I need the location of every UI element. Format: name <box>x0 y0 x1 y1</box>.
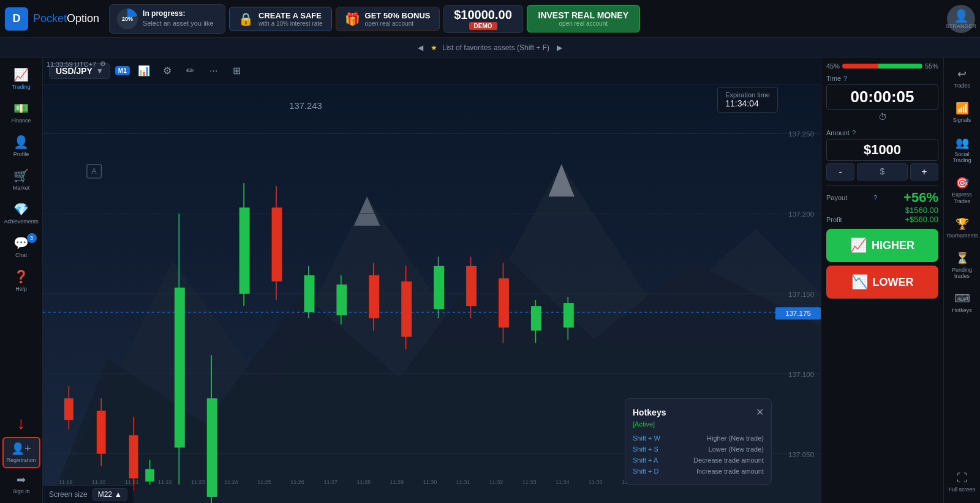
sidebar-item-signals[interactable]: 📶 Signals <box>945 97 979 129</box>
hotkey-row-d: Shift + D Increase trade amount <box>633 466 764 477</box>
sidebar-item-chat[interactable]: 💬 Chat 3 <box>2 231 40 263</box>
progress-circle: 20% <box>117 9 138 29</box>
lock-icon: 🔒 <box>238 12 254 26</box>
amount-question-icon: ? <box>852 129 856 136</box>
higher-icon: 📈 <box>850 237 867 253</box>
sidebar-item-social-trading[interactable]: 👥 Social Trading <box>945 131 979 170</box>
create-safe-text: CREATE A SAFE with a 10% interest rate <box>258 11 323 27</box>
sidebar-item-profile[interactable]: 👤 Profile <box>2 130 40 162</box>
sidebar-item-trades[interactable]: ↩ Trades <box>945 62 979 94</box>
sidebar-item-express-trades[interactable]: 🎯 Express Trades <box>945 171 979 210</box>
progress-section: 20% In progress: Select an asset you lik… <box>109 4 225 34</box>
percent-red-fill <box>842 64 878 69</box>
avatar[interactable]: 👤 STRANGER <box>947 5 975 33</box>
invest-button[interactable]: INVEST REAL MONEY open real account <box>527 5 641 32</box>
signin-button[interactable]: ➡ Sign in <box>10 469 32 498</box>
svg-text:137.175: 137.175 <box>785 310 811 317</box>
percent-bar: 45% 55% <box>826 62 938 70</box>
svg-rect-36 <box>434 266 444 309</box>
sidebar-item-achievements[interactable]: 💎 Achievements <box>2 197 40 229</box>
prev-arrow[interactable]: ◀ <box>415 41 426 54</box>
far-right-sidebar: ↩ Trades 📶 Signals 👥 Social Trading 🎯 Ex… <box>943 58 980 503</box>
hotkey-row-w: Shift + W Higher (New trade) <box>633 433 764 444</box>
signin-icon: ➡ <box>17 473 26 486</box>
amount-label: Amount ? <box>826 129 938 136</box>
hotkeys-status: [Active] <box>633 420 764 428</box>
payout-percentage: +56% <box>903 190 938 206</box>
higher-button[interactable]: 📈 HIGHER <box>826 229 938 262</box>
timer-icon[interactable]: ⏱ <box>826 112 938 122</box>
trades-icon: ↩ <box>957 67 967 81</box>
star-icon: ★ <box>431 43 437 52</box>
sidebar-item-pending-trades[interactable]: ⏳ Pending trades <box>945 247 979 285</box>
sidebar-item-hotkeys[interactable]: ⌨ Hotkeys <box>945 287 979 319</box>
svg-rect-28 <box>304 275 315 312</box>
chart-toolbar: USD/JPY ▼ M1 📊 ⚙ ✏ ··· ⊞ 11:33:59 UTC+7 … <box>43 58 821 84</box>
increase-amount-button[interactable]: + <box>910 163 938 181</box>
settings-icon[interactable]: ⚙ <box>100 60 106 68</box>
gift-icon: 🎁 <box>345 12 360 26</box>
progress-text: In progress: Select an asset you like <box>143 9 214 28</box>
sidebar-item-tournaments[interactable]: 🏆 Tournaments <box>945 212 979 244</box>
sidebar-item-fullscreen[interactable]: ⛶ Full screen <box>945 467 979 498</box>
drawing-icon[interactable]: ✏ <box>181 62 200 80</box>
svg-rect-12 <box>64 398 74 420</box>
achievements-icon: 💎 <box>13 202 29 217</box>
payout-question-icon: ? <box>873 194 877 201</box>
sidebar-item-finance[interactable]: 💵 Finance <box>2 96 40 129</box>
screen-size-chevron-icon: ▲ <box>115 490 122 499</box>
svg-text:137.243: 137.243 <box>289 102 322 111</box>
sidebar-item-trading[interactable]: 📈 Trading <box>2 62 40 95</box>
logo-area: D PocketOption <box>5 7 99 31</box>
top-bar: D PocketOption 20% In progress: Select a… <box>0 0 980 38</box>
bonus-button[interactable]: 🎁 GET 50% BONUS open real account <box>336 7 440 31</box>
decrease-amount-button[interactable]: - <box>826 163 854 181</box>
right-panel: 45% 55% Time ? 00:00:05 ⏱ Amount ? $1000 <box>821 58 943 503</box>
payout-amount: $1560.00 <box>905 206 938 215</box>
market-icon: 🛒 <box>13 168 29 183</box>
social-trading-icon: 👥 <box>956 136 969 149</box>
pending-trades-icon: ⏳ <box>956 252 969 265</box>
more-icon[interactable]: ··· <box>205 62 223 80</box>
svg-rect-44 <box>564 303 574 327</box>
screen-size-selector[interactable]: M22 ▲ <box>92 488 127 501</box>
indicators-icon[interactable]: ⚙ <box>158 62 176 80</box>
finance-icon: 💵 <box>13 101 29 116</box>
help-icon: ❓ <box>13 269 29 284</box>
question-icon: ? <box>843 75 847 82</box>
registration-icon: 👤+ <box>11 442 31 455</box>
next-arrow[interactable]: ▶ <box>554 41 565 54</box>
hotkey-row-a: Shift + A Decrease trade amount <box>633 455 764 466</box>
lower-icon: 📉 <box>851 274 868 290</box>
hotkeys-popup: Hotkeys ✕ [Active] Shift + W Higher (New… <box>625 398 772 485</box>
sidebar-item-market[interactable]: 🛒 Market <box>2 163 40 196</box>
create-safe-button[interactable]: 🔒 CREATE A SAFE with a 10% interest rate <box>229 7 332 31</box>
svg-rect-32 <box>369 275 379 318</box>
payout-section: Payout ? +56% $1560.00 Profit +$560.00 <box>826 185 938 224</box>
layout-icon[interactable]: ⊞ <box>228 62 246 80</box>
percent-bar-visual <box>842 64 922 69</box>
chart-canvas: 137.175 137.250 137.200 137.150 137.100 … <box>43 84 821 503</box>
currency-selector[interactable]: $ <box>857 163 908 181</box>
amount-display[interactable]: $1000 <box>826 139 938 161</box>
amount-controls: - $ + <box>826 163 938 181</box>
amount-section: Amount ? $1000 - $ + <box>826 129 938 181</box>
chart-type-icon[interactable]: 📊 <box>135 62 153 80</box>
lower-button[interactable]: 📉 LOWER <box>826 266 938 299</box>
registration-button[interactable]: 👤+ Registration <box>2 437 40 468</box>
hotkey-row-s: Shift + S Lower (New trade) <box>633 444 764 455</box>
bonus-text: GET 50% BONUS open real account <box>365 11 431 27</box>
svg-rect-24 <box>239 207 250 294</box>
svg-rect-30 <box>336 285 347 315</box>
svg-rect-26 <box>272 207 282 281</box>
profit-row: Profit +$560.00 <box>826 215 938 224</box>
logo-text: PocketOption <box>33 12 99 25</box>
hotkeys-header: Hotkeys ✕ <box>633 406 764 418</box>
svg-rect-20 <box>175 288 185 448</box>
hotkeys-close-button[interactable]: ✕ <box>756 406 764 418</box>
sidebar-item-help[interactable]: ❓ Help <box>2 264 40 297</box>
tournaments-icon: 🏆 <box>956 217 969 231</box>
time-label: Time ? <box>826 75 938 82</box>
svg-rect-14 <box>97 411 106 453</box>
hotkeys-icon: ⌨ <box>954 292 970 305</box>
